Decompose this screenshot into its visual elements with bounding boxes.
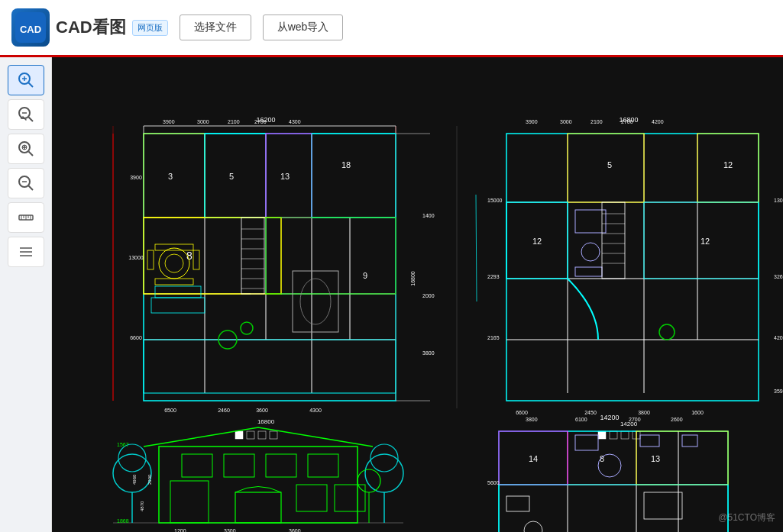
svg-text:4960: 4960 [132, 474, 137, 485]
app-title: CAD看图 [56, 16, 126, 39]
layers-tool[interactable] [8, 237, 44, 267]
svg-text:13: 13 [651, 454, 660, 463]
svg-text:3590: 3590 [774, 389, 783, 394]
cad-drawing: 16200 3900 3000 2100 2700 4300 [52, 57, 783, 532]
svg-text:2700: 2700 [621, 119, 633, 124]
svg-rect-28 [52, 57, 783, 532]
svg-text:13000: 13000 [128, 255, 144, 260]
svg-text:5: 5 [607, 160, 612, 169]
zoom-in-tool[interactable] [8, 65, 44, 95]
svg-text:1868: 1868 [117, 518, 129, 524]
zoom-out-tool[interactable] [8, 99, 44, 130]
svg-text:3900: 3900 [526, 119, 538, 124]
watermark: @51CTO博客 [718, 511, 775, 524]
svg-text:2600: 2600 [671, 417, 683, 422]
logo-icon: CAD [11, 8, 50, 47]
svg-text:3260: 3260 [774, 274, 783, 279]
svg-text:3800: 3800 [422, 350, 435, 356]
svg-line-7 [28, 118, 33, 122]
svg-line-3 [28, 83, 33, 88]
main-area: 16200 3900 3000 2100 2700 4300 [0, 57, 783, 532]
measure-tool[interactable] [8, 202, 44, 233]
svg-text:9: 9 [363, 271, 367, 280]
svg-text:13: 13 [280, 172, 290, 181]
svg-text:6600: 6600 [130, 335, 142, 340]
svg-text:1567: 1567 [117, 442, 129, 447]
svg-text:12: 12 [723, 160, 733, 169]
svg-text:2100: 2100 [590, 119, 603, 124]
svg-line-17 [28, 186, 33, 191]
canvas-area[interactable]: 16200 3900 3000 2100 2700 4300 [52, 57, 783, 532]
svg-text:2900: 2900 [147, 474, 152, 485]
svg-text:2700: 2700 [629, 417, 641, 422]
svg-text:4200: 4200 [774, 335, 783, 340]
sidebar [0, 57, 52, 532]
svg-text:5600: 5600 [487, 480, 500, 485]
svg-text:16800: 16800 [257, 418, 275, 425]
zoom-box-tool[interactable] [8, 134, 44, 164]
svg-text:1300: 1300 [774, 198, 783, 203]
svg-text:5: 5 [229, 172, 234, 181]
svg-text:14200: 14200 [600, 414, 619, 421]
svg-text:3600: 3600 [289, 528, 301, 532]
svg-text:3800: 3800 [638, 410, 650, 415]
svg-text:2450: 2450 [584, 410, 597, 415]
svg-text:3900: 3900 [163, 119, 175, 124]
svg-text:3000: 3000 [560, 119, 572, 124]
svg-text:6600: 6600 [516, 410, 528, 415]
svg-text:12: 12 [700, 237, 710, 246]
svg-text:4870: 4870 [140, 501, 144, 511]
svg-text:3900: 3900 [130, 175, 142, 180]
svg-text:12: 12 [532, 237, 542, 246]
svg-text:3300: 3300 [224, 528, 236, 532]
svg-text:14: 14 [529, 454, 538, 463]
svg-text:3000: 3000 [197, 119, 209, 124]
svg-rect-131 [598, 431, 606, 439]
logo-area: CAD CAD看图 网页版 [11, 8, 168, 47]
select-file-button[interactable]: 选择文件 [180, 15, 251, 40]
zoom-fit-tool[interactable] [8, 168, 44, 198]
svg-text:2293: 2293 [487, 274, 500, 279]
svg-text:6500: 6500 [164, 408, 176, 413]
svg-text:4200: 4200 [652, 119, 664, 124]
svg-text:2100: 2100 [228, 119, 240, 124]
svg-text:15000: 15000 [487, 198, 503, 203]
header: CAD CAD看图 网页版 选择文件 从web导入 [0, 0, 783, 57]
svg-text:6100: 6100 [575, 417, 587, 422]
svg-text:4300: 4300 [289, 119, 301, 124]
svg-text:2460: 2460 [218, 408, 230, 413]
svg-text:1600: 1600 [691, 410, 704, 415]
svg-text:CAD: CAD [20, 24, 41, 35]
svg-text:4300: 4300 [309, 408, 322, 413]
svg-rect-86 [235, 431, 243, 439]
svg-text:1200: 1200 [174, 528, 186, 532]
svg-text:3: 3 [168, 172, 173, 181]
svg-line-12 [28, 152, 33, 156]
import-web-button[interactable]: 从web导入 [263, 15, 344, 40]
svg-text:2165: 2165 [487, 335, 500, 340]
svg-text:3800: 3800 [526, 417, 538, 422]
svg-text:16800: 16800 [410, 271, 416, 286]
svg-text:18: 18 [341, 160, 351, 169]
svg-text:2700: 2700 [254, 119, 267, 124]
version-badge: 网页版 [132, 20, 168, 36]
svg-text:3600: 3600 [256, 408, 268, 413]
svg-text:1400: 1400 [422, 213, 435, 218]
svg-text:2000: 2000 [422, 293, 435, 298]
